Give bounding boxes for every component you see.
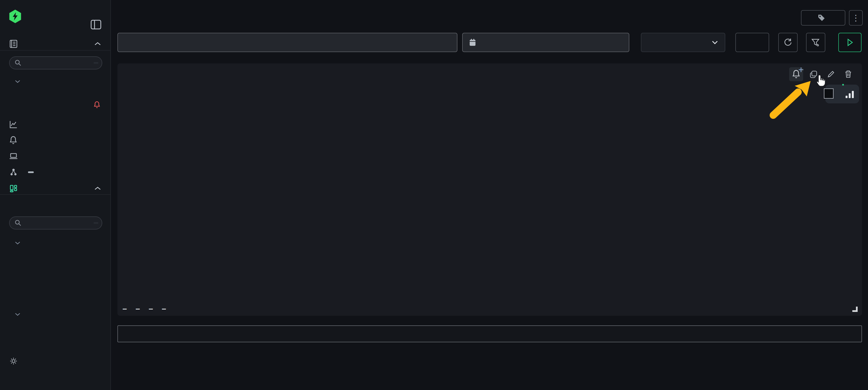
status-dot	[842, 84, 844, 86]
tag-icon	[817, 14, 826, 22]
legend-item[interactable]: —	[123, 305, 129, 313]
add-new-tile-button[interactable]	[117, 325, 862, 342]
run-query-button[interactable]	[838, 33, 862, 52]
hyperdx-logo-icon	[9, 10, 22, 23]
search-icon	[14, 59, 22, 67]
sidebar-item-alerts[interactable]	[0, 134, 111, 147]
granularity-select[interactable]	[641, 33, 725, 52]
saved-search-item[interactable]	[0, 99, 111, 110]
saved-dashboards-header[interactable]	[0, 238, 111, 248]
divider	[0, 50, 111, 51]
bar-chart-icon	[845, 90, 855, 99]
legend-item[interactable]: —	[136, 305, 143, 313]
tags-button[interactable]	[801, 10, 845, 26]
sidebar-item-service-map[interactable]	[0, 166, 111, 178]
brand-row	[0, 9, 111, 24]
saved-dashboard-item[interactable]	[0, 284, 111, 295]
divider	[0, 194, 111, 195]
date-range-picker[interactable]	[462, 33, 629, 52]
saved-searches-header[interactable]	[0, 76, 111, 87]
chevron-down-icon	[14, 241, 21, 245]
bell-icon	[9, 135, 19, 145]
search-journal-icon	[9, 39, 19, 49]
saved-dashboard-item[interactable]	[0, 295, 111, 306]
chevron-down-icon	[14, 313, 21, 316]
legend-item[interactable]: —	[162, 305, 169, 313]
sidebar-item-chart-explorer[interactable]	[0, 118, 111, 131]
event-search-input[interactable]	[117, 33, 457, 52]
saved-dashboards-input[interactable]	[9, 217, 102, 229]
gear-icon	[9, 356, 19, 366]
saved-searches-input[interactable]	[9, 56, 102, 69]
alert-bell-icon	[93, 101, 101, 109]
sidebar-item-dashboards[interactable]	[0, 182, 111, 195]
chevron-up-icon[interactable]	[94, 186, 102, 191]
hand-cursor	[815, 74, 828, 88]
filter-funnel-icon	[811, 37, 821, 47]
search-icon	[14, 219, 22, 227]
kebab-icon: ⋮	[852, 13, 860, 23]
chevron-down-icon	[14, 79, 21, 84]
team-settings-button[interactable]	[0, 355, 111, 367]
filter-button[interactable]	[806, 33, 825, 52]
laptop-icon	[9, 151, 19, 161]
saved-dashboard-item[interactable]	[0, 261, 111, 272]
play-icon	[846, 38, 854, 46]
refresh-button[interactable]	[778, 33, 798, 52]
chart-legend: — — — —	[123, 305, 175, 313]
legend-item[interactable]: —	[149, 305, 156, 313]
dashboard-tile: + — — — —	[117, 63, 862, 316]
tile-resize-handle[interactable]	[852, 306, 858, 312]
chevron-down-icon	[711, 40, 718, 44]
kebab-menu-button[interactable]: ⋮	[849, 10, 863, 26]
calendar-icon	[469, 38, 476, 46]
saved-search-item[interactable]	[0, 88, 111, 99]
saved-dashboard-item[interactable]	[0, 249, 111, 260]
saved-dashboard-item-active[interactable]	[0, 272, 111, 284]
duration-chart	[117, 63, 862, 307]
alerts-tooltip	[824, 89, 834, 99]
sidebar-item-search[interactable]	[0, 38, 111, 50]
sidebar-item-client-sessions[interactable]	[0, 150, 111, 162]
dashboards-grid-icon	[9, 184, 19, 193]
service-map-icon	[9, 167, 19, 177]
preset-item[interactable]	[0, 332, 111, 343]
sidebar	[0, 0, 111, 390]
refresh-icon	[783, 37, 793, 47]
sidebar-collapse-icon[interactable]	[90, 18, 102, 31]
shortcut-badge	[94, 222, 98, 224]
preset-item[interactable]	[0, 321, 111, 332]
live-button[interactable]	[735, 33, 769, 52]
create-dashboard-button[interactable]	[0, 201, 111, 214]
presets-header[interactable]	[0, 309, 111, 320]
beta-badge	[28, 171, 34, 173]
shortcut-badge	[94, 62, 98, 64]
chart-explorer-icon	[9, 120, 19, 129]
chevron-up-icon[interactable]	[94, 41, 102, 46]
